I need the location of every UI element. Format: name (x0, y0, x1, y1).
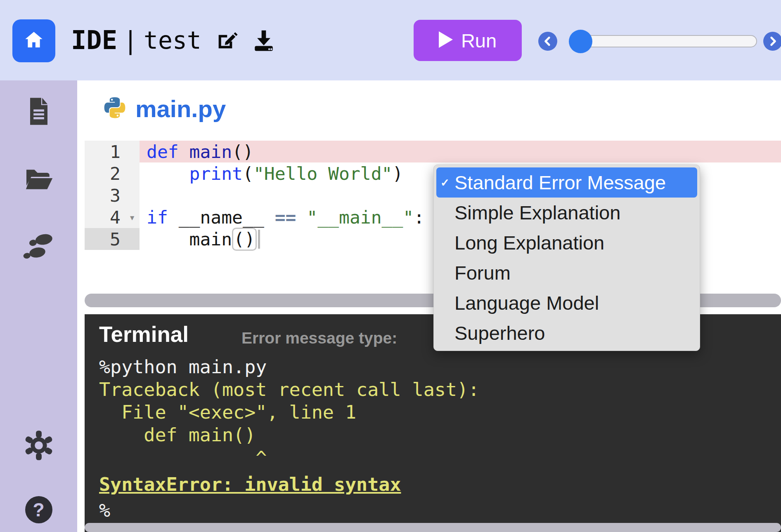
project-name: test (144, 26, 201, 54)
code-token: print (189, 163, 243, 184)
line-number: 1 (85, 141, 140, 162)
header-bar: IDE | test Run (0, 0, 781, 80)
dropdown-item[interactable]: Language Model (436, 288, 697, 318)
file-name: main.py (135, 95, 226, 122)
code-token: == (275, 207, 296, 228)
dropdown-item-label: Forum (454, 261, 511, 284)
sidebar-item-files[interactable] (0, 97, 77, 127)
code-line[interactable]: 1def main() (85, 141, 781, 162)
file-icon (26, 97, 52, 127)
python-icon (103, 96, 126, 121)
error-type-dropdown-menu: ✓Standard Error MessageSimple Explanatio… (433, 165, 700, 351)
code-token: main (147, 229, 232, 250)
code-token: ) (392, 163, 403, 184)
dropdown-item[interactable]: Long Explanation (436, 228, 697, 258)
terminal-line: def main() (99, 424, 479, 446)
code-token: __name__ (168, 207, 275, 228)
chevron-left-button[interactable] (538, 32, 557, 51)
code-token (147, 163, 189, 184)
dropdown-item[interactable]: Forum (436, 258, 697, 288)
play-icon (439, 31, 453, 49)
app-title: IDE (71, 25, 117, 55)
fold-arrow-icon[interactable]: ▾ (129, 211, 135, 224)
error-message-type-label: Error message type: (241, 329, 397, 347)
chevron-right-button[interactable] (763, 32, 781, 51)
code-token: "__main__" (307, 207, 414, 228)
code-token: if (147, 207, 168, 228)
help-icon: ? (25, 496, 52, 523)
sidebar-item-folder[interactable] (0, 166, 77, 193)
line-number: 3 (85, 184, 140, 206)
sidebar: ? (0, 80, 77, 532)
run-label: Run (461, 29, 497, 52)
gear-icon (24, 430, 54, 462)
checkmark-icon: ✓ (440, 176, 450, 189)
sidebar-item-steps[interactable] (0, 233, 77, 261)
dropdown-item-label: Language Model (454, 292, 599, 314)
matched-bracket-highlight: () (232, 228, 257, 251)
slider-knob[interactable] (569, 30, 592, 53)
terminal-line: Traceback (most recent call last): (99, 378, 479, 401)
text-cursor (258, 230, 260, 249)
code-token: ( (243, 163, 253, 184)
terminal-line: ^ (99, 446, 479, 469)
dropdown-item[interactable]: Superhero (436, 318, 697, 348)
folder-open-icon (24, 166, 54, 193)
code-token (296, 207, 307, 228)
home-button[interactable] (12, 19, 55, 62)
dropdown-item[interactable]: Simple Explanation (436, 198, 697, 228)
dropdown-item-label: Standard Error Message (454, 171, 666, 194)
line-number: 5 (85, 228, 140, 250)
title-separator: | (123, 26, 138, 55)
code-token: main (189, 141, 232, 162)
line-number: 2 (85, 162, 140, 184)
terminal-title: Terminal (99, 322, 189, 347)
sidebar-item-help[interactable]: ? (0, 496, 77, 523)
terminal-line: File "<exec>", line 1 (99, 401, 479, 424)
sidebar-item-settings[interactable] (0, 430, 77, 462)
code-token (179, 141, 189, 162)
file-header: main.py (85, 80, 781, 126)
edit-icon[interactable] (215, 28, 239, 52)
code-text-error-line[interactable]: def main() (140, 141, 781, 162)
terminal-line: % (99, 499, 479, 522)
dropdown-item-label: Superhero (454, 322, 545, 344)
download-icon[interactable] (252, 28, 276, 52)
slider-track[interactable] (577, 35, 757, 47)
code-token: def (147, 141, 179, 162)
title-row: IDE | test (71, 0, 276, 80)
dropdown-item-label: Simple Explanation (454, 201, 620, 224)
footprints-icon (23, 233, 54, 261)
dropdown-item-label: Long Explanation (454, 231, 604, 254)
code-token: "Hello World" (253, 163, 393, 184)
dropdown-item[interactable]: ✓Standard Error Message (436, 167, 697, 198)
terminal-output: %python main.pyTraceback (most recent ca… (99, 355, 479, 522)
home-icon (23, 29, 45, 53)
terminal-horizontal-scrollbar[interactable] (85, 523, 781, 532)
code-token: () (232, 141, 253, 162)
line-number: 4▾ (85, 206, 140, 228)
terminal-line: SyntaxError: invalid syntax (99, 473, 479, 496)
terminal-line: %python main.py (99, 355, 479, 378)
code-token: : (414, 207, 424, 228)
run-button[interactable]: Run (414, 20, 522, 61)
